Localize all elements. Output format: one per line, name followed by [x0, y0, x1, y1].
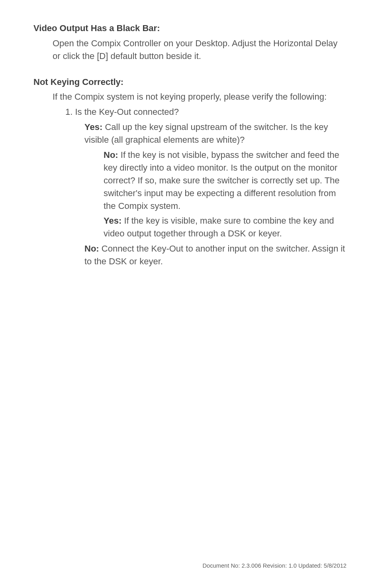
- no-branch: No: Connect the Key-Out to another input…: [84, 242, 347, 268]
- body-video-output: Open the Compix Controller on your Deskt…: [53, 37, 347, 63]
- footer-text: Document No: 2.3.006 Revision: 1.0 Updat…: [203, 562, 347, 569]
- sub-no-text: If the key is not visible, bypass the sw…: [104, 150, 340, 211]
- intro-not-keying: If the Compix system is not keying prope…: [53, 90, 347, 103]
- yes-label: Yes:: [84, 122, 102, 132]
- yes-text: Call up the key signal upstream of the s…: [84, 122, 328, 145]
- document-page: Video Output Has a Black Bar: Open the C…: [0, 0, 380, 588]
- yes-branch: Yes: Call up the key signal upstream of …: [84, 121, 347, 146]
- section-video-output: Video Output Has a Black Bar: Open the C…: [33, 22, 347, 63]
- heading-not-keying: Not Keying Correctly:: [33, 76, 347, 88]
- step-1: 1. Is the Key-Out connected?: [65, 106, 347, 118]
- no-text: Connect the Key-Out to another input on …: [84, 244, 345, 266]
- section-not-keying: Not Keying Correctly: If the Compix syst…: [33, 76, 347, 268]
- sub-yes-label: Yes:: [104, 216, 121, 226]
- heading-video-output: Video Output Has a Black Bar:: [33, 22, 347, 35]
- sub-yes-text: If the key is visible, make sure to comb…: [104, 216, 334, 238]
- sub-yes-branch: Yes: If the key is visible, make sure to…: [104, 214, 347, 240]
- sub-no-branch: No: If the key is not visible, bypass th…: [104, 149, 347, 212]
- no-label: No:: [84, 244, 99, 254]
- sub-no-label: No:: [104, 150, 118, 160]
